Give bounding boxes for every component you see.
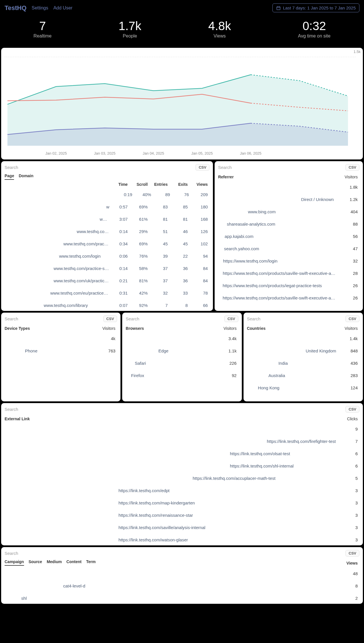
table-row[interactable]: www.testhq.com/blog/ravens-progressive-m… [5,201,209,212]
row-value: 1.4k [338,336,359,341]
col-country[interactable]: Countries [247,326,334,331]
tab-page[interactable]: Page [5,173,14,180]
col-link[interactable]: External Link [5,417,334,421]
row-value: 848 [337,348,359,353]
table-row[interactable]: Direct / Unknown 1.2k [218,194,359,205]
col-clicks[interactable]: Clicks [334,417,359,421]
pages-search-input[interactable] [5,165,39,170]
countries-search-input[interactable] [247,316,281,321]
table-row[interactable]: www.testhq.com/blog/ubs-assessment 3:07 … [5,213,209,225]
stat-realtime[interactable]: 7 Realtime [33,19,52,39]
table-row[interactable]: www.testhq.com/practice-aptitude-tests 0… [5,238,209,249]
cell-time: 0:06 [109,254,129,259]
tab-campaign[interactable]: Campaign [5,559,24,566]
row-value: 1.1k [215,348,238,353]
col-referrer[interactable]: Referrer [218,175,334,179]
table-row[interactable]: Phone 763 [5,345,117,356]
stat-people[interactable]: 1.7k People [118,19,141,39]
row-value: 6 [337,451,359,456]
col-browser[interactable]: Browsers [126,326,212,331]
tab-source[interactable]: Source [29,559,42,566]
devices-csv-button[interactable]: CSV [103,315,117,322]
table-row[interactable]: cat4-level-d 8 [5,580,359,591]
cell-time: 0:14 [109,229,129,234]
browsers-csv-button[interactable]: CSV [224,315,238,322]
table-row[interactable]: https://link.testhq.com/shl-internal 6 [5,460,359,472]
stat-views[interactable]: 4.8k Views [208,19,231,39]
col-views[interactable]: Views [189,182,209,187]
table-row[interactable]: https://link.testhq.com/accuplacer-math-… [5,472,359,484]
table-row[interactable]: https://link.testhq.com/map-kindergarten… [5,497,359,508]
table-row[interactable]: app.kajabi.com 56 [218,230,359,242]
table-row[interactable]: United States 1.4k [247,333,359,344]
table-row[interactable]: https://link.testhq.com/watson-glaser 3 [5,534,359,545]
table-row[interactable]: www.testhq.com/library 0:07 92% 7 8 66 [5,299,209,311]
pages-csv-button[interactable]: CSV [195,164,209,171]
table-row[interactable]: https://www.testhq.com/products/saville-… [218,292,359,303]
table-row[interactable]: https://link.testhq.com/edpt 3 [5,485,359,496]
table-row[interactable]: https://link.testhq.com/olsat-test 6 [5,448,359,459]
tab-medium[interactable]: Medium [47,559,62,566]
table-row[interactable]: www.google.com 1.8k [218,181,359,193]
cell-exits: 22 [169,254,189,259]
table-row[interactable]: https://www.testhq.com/login 32 [218,255,359,267]
table-row[interactable]: Desktop 4k [5,333,117,344]
campaigns-csv-button[interactable]: CSV [345,550,359,557]
table-row[interactable]: https://www.testhq.com/products/iegat-pr… [218,280,359,291]
table-row[interactable]: www.testhq.com/uk/practice-watson-glaser… [5,275,209,286]
table-row[interactable]: www.testhq.com/practice-cat4-test 0:14 2… [5,226,209,237]
traffic-chart[interactable] [5,51,357,149]
col-views[interactable]: Views [334,561,359,565]
browsers-search-input[interactable] [126,316,160,321]
campaigns-search-input[interactable] [5,551,39,556]
tab-content[interactable]: Content [66,559,82,566]
links-search-input[interactable] [5,407,39,412]
table-row[interactable]: https://link.testhq.com/saville/analysis… [5,522,359,533]
row-value: 48 [337,571,359,576]
col-exits[interactable]: Exits [169,182,189,187]
col-visitors[interactable]: Visitors [334,326,359,331]
col-visitors[interactable]: Visitors [213,326,238,331]
date-range-picker[interactable]: Last 7 days: 1 Jan 2025 to 7 Jan 2025 [272,3,359,12]
browsers-panel: CSV BrowsersVisitors Chrome 3.4k Edge 1.… [122,313,242,401]
col-visitors[interactable]: Visitors [91,326,117,331]
table-row[interactable]: Australia 283 [247,370,359,381]
settings-link[interactable]: Settings [32,5,48,11]
table-row[interactable]: https://link.testhq.com/renaissance-star… [5,509,359,521]
table-row[interactable]: shl 2 [5,592,359,604]
table-row[interactable]: https://www.testhq.com/products/saville-… [218,267,359,279]
table-row[interactable]: https://link.testhq.com/firefighter-test… [5,435,359,447]
add-user-link[interactable]: Add User [53,5,72,11]
devices-search-input[interactable] [5,316,39,321]
table-row[interactable]: www.testhq.com/ 0:19 40% 89 76 209 [5,189,209,200]
table-row[interactable]: watson-glaser 48 [5,568,359,579]
links-csv-button[interactable]: CSV [345,406,359,413]
table-row[interactable]: www.testhq.com/login 0:06 76% 39 22 94 [5,250,209,262]
row-value: 9 [337,427,359,431]
table-row[interactable]: Hong Kong 124 [247,382,359,393]
col-scroll[interactable]: Scroll [129,182,149,187]
table-row[interactable]: www.bing.com 404 [218,206,359,217]
referrers-csv-button[interactable]: CSV [345,164,359,171]
tab-term[interactable]: Term [86,559,96,566]
table-row[interactable]: www.testhq.com/eu/practice-shl-tests 0:3… [5,287,209,299]
logo[interactable]: TestHQ [5,4,27,12]
referrers-search-input[interactable] [218,165,252,170]
table-row[interactable]: search.yahoo.com 47 [218,243,359,254]
col-entries[interactable]: Entries [149,182,169,187]
table-row[interactable]: www.testhq.com/practice-shl-tests 0:14 5… [5,263,209,274]
col-visitors[interactable]: Visitors [334,175,359,179]
table-row[interactable]: shareasale-analytics.com 88 [218,218,359,230]
table-row[interactable]: United Kingdom 848 [247,345,359,356]
table-row[interactable]: https://link.testhq.com/talent-q-interna… [5,423,359,435]
countries-csv-button[interactable]: CSV [345,315,359,322]
table-row[interactable]: Safari 226 [126,357,238,369]
stat-avg-time-on-site[interactable]: 0:32 Avg time on site [298,19,331,39]
table-row[interactable]: Firefox 92 [126,370,238,381]
tab-domain[interactable]: Domain [19,173,33,180]
col-time[interactable]: Time [109,182,129,187]
table-row[interactable]: Edge 1.1k [126,345,238,356]
table-row[interactable]: India 436 [247,357,359,369]
col-device[interactable]: Device Types [5,326,91,331]
table-row[interactable]: Chrome 3.4k [126,333,238,344]
